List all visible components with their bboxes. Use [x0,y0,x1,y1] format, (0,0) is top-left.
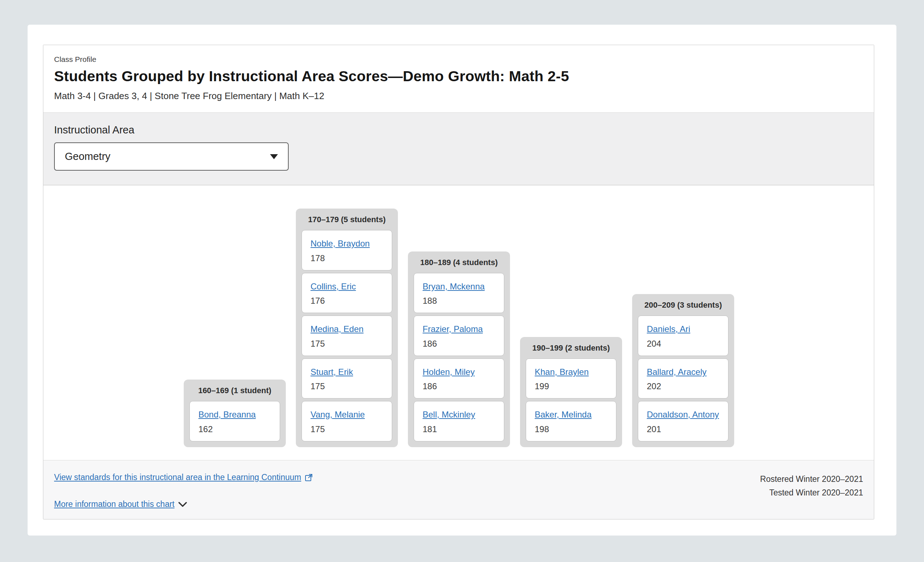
more-info-link-label: More information about this chart [54,499,174,509]
student-card: Ballard, Aracely202 [638,359,729,399]
tested-term: Tested Winter 2020–2021 [760,486,863,500]
selected-instructional-area: Geometry [65,151,110,162]
student-name-link[interactable]: Vang, Melanie [310,408,365,421]
page-title: Students Grouped by Instructional Area S… [54,68,863,85]
student-card: Vang, Melanie175 [302,401,392,441]
student-score: 186 [423,338,495,349]
student-name-link[interactable]: Medina, Eden [310,323,363,335]
score-band-group: 160–169 (1 student)Bond, Breanna162 [184,380,286,447]
instructional-area-label: Instructional Area [54,124,863,136]
student-name-link[interactable]: Khan, Braylen [535,366,589,378]
score-band-group: 170–179 (5 students)Noble, Braydon178Col… [296,209,398,447]
student-name-link[interactable]: Bell, Mckinley [423,408,475,421]
student-card: Baker, Melinda198 [526,401,616,441]
student-score: 201 [647,424,720,435]
student-card: Bond, Breanna162 [189,401,280,441]
student-name-link[interactable]: Bond, Breanna [198,408,256,421]
student-card: Frazier, Paloma186 [414,315,504,356]
student-score: 186 [423,381,495,392]
student-score: 176 [310,296,383,306]
student-score: 175 [310,338,383,349]
view-standards-link-label: View standards for this instructional ar… [54,472,301,482]
view-standards-link[interactable]: View standards for this instructional ar… [54,472,313,482]
student-name-link[interactable]: Frazier, Paloma [423,323,483,335]
score-band-group: 200–209 (3 students)Daniels, Ari204Balla… [632,294,734,447]
student-score: 175 [310,381,383,392]
chevron-down-icon [178,502,187,507]
score-band-group: 190–199 (2 students)Khan, Braylen199Bake… [520,337,622,447]
student-name-link[interactable]: Bryan, Mckenna [423,281,484,293]
student-score: 198 [535,424,608,435]
controls-band: Instructional Area Geometry [44,113,874,185]
external-link-icon [305,474,313,481]
report-context-line: Math 3-4 | Grades 3, 4 | Stone Tree Frog… [54,91,863,102]
student-card: Stuart, Erik175 [302,359,392,399]
student-name-link[interactable]: Collins, Eric [310,281,356,293]
student-score: 181 [423,424,495,435]
student-card: Noble, Braydon178 [302,230,392,271]
report-header: Class Profile Students Grouped by Instru… [44,45,874,113]
student-name-link[interactable]: Ballard, Aracely [647,366,706,378]
report-footer: View standards for this instructional ar… [44,460,874,519]
score-band-chart: 160–169 (1 student)Bond, Breanna162170–1… [44,185,874,460]
student-name-link[interactable]: Daniels, Ari [647,323,690,335]
student-card: Donaldson, Antony201 [638,401,729,441]
score-band-label: 180–189 (4 students) [414,255,504,269]
score-band-label: 170–179 (5 students) [302,212,392,226]
student-score: 202 [647,381,720,392]
instructional-area-select[interactable]: Geometry [54,142,289,170]
student-card: Bell, Mckinley181 [414,401,504,441]
caret-down-icon [270,154,278,159]
score-band-label: 160–169 (1 student) [189,383,280,398]
score-band-label: 190–199 (2 students) [526,341,616,355]
score-band-group: 180–189 (4 students)Bryan, Mckenna188Fra… [408,251,510,447]
student-card: Bryan, Mckenna188 [414,273,504,313]
student-score: 162 [198,424,271,435]
student-name-link[interactable]: Noble, Braydon [310,238,370,250]
student-card: Medina, Eden175 [302,315,392,356]
student-card: Daniels, Ari204 [638,315,729,356]
student-score: 175 [310,424,383,435]
report-type-label: Class Profile [54,55,863,64]
footer-links: View standards for this instructional ar… [54,472,313,509]
term-info: Rostered Winter 2020–2021 Tested Winter … [760,472,863,500]
student-score: 188 [423,296,495,306]
page-card: Class Profile Students Grouped by Instru… [28,25,896,535]
more-info-link[interactable]: More information about this chart [54,499,187,509]
student-score: 204 [647,338,720,349]
student-score: 178 [310,253,383,264]
student-name-link[interactable]: Stuart, Erik [310,366,353,378]
class-profile-report: Class Profile Students Grouped by Instru… [43,45,874,519]
score-band-label: 200–209 (3 students) [638,297,729,312]
rostered-term: Rostered Winter 2020–2021 [760,472,863,486]
student-name-link[interactable]: Baker, Melinda [535,408,592,421]
student-card: Collins, Eric176 [302,273,392,313]
student-score: 199 [535,381,608,392]
student-card: Khan, Braylen199 [526,359,616,399]
student-name-link[interactable]: Donaldson, Antony [647,408,719,421]
student-card: Holden, Miley186 [414,359,504,399]
student-name-link[interactable]: Holden, Miley [423,366,474,378]
